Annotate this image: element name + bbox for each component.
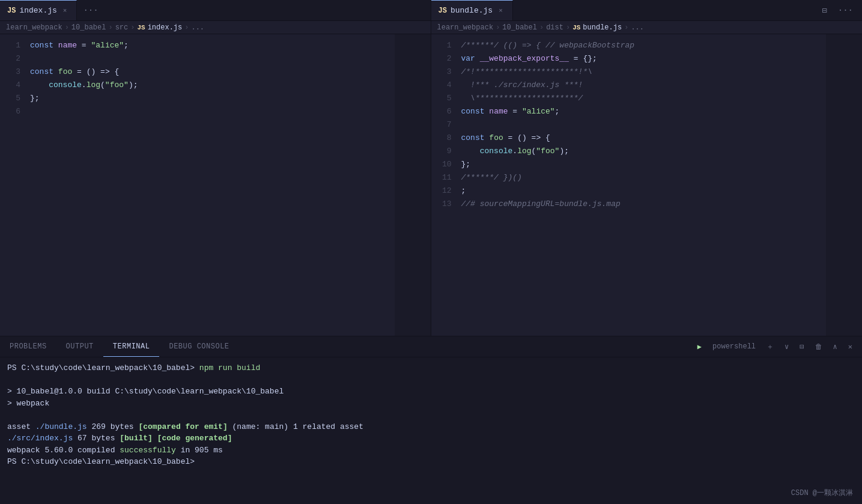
powershell-label: powershell — [709, 341, 759, 353]
breadcrumb-learn-webpack-left: learn_webpack — [6, 23, 62, 32]
tab-more-left[interactable]: ··· — [77, 0, 104, 20]
add-terminal-icon[interactable]: ＋ — [763, 340, 777, 354]
editors-container: 1 const name = "alice"; 2 3 const foo = … — [0, 34, 862, 336]
terminal-line-2: > 10_babel@1.0.0 build C:\study\code\lea… — [7, 386, 855, 398]
right-editor-panel: 1 /******/ (() => { // webpackBootstrap … — [431, 34, 863, 336]
terminal-line-4: asset ./bundle.js 269 bytes [compared fo… — [7, 421, 855, 433]
tab-bundle-js[interactable]: JS bundle.js × — [431, 0, 513, 20]
chevron-up-icon[interactable]: ∧ — [830, 341, 841, 353]
code-line: 2 var __webpack_exports__ = {}; — [431, 52, 863, 65]
breadcrumb-bar: learn_webpack › 10_babel › src › JS inde… — [0, 21, 862, 34]
code-line: 10 }; — [431, 158, 863, 171]
terminal-blank-2 — [7, 409, 855, 421]
code-line: 7 — [431, 118, 863, 132]
left-editor-scroll[interactable]: 1 const name = "alice"; 2 3 const foo = … — [0, 34, 431, 336]
left-minimap — [395, 34, 431, 336]
tab-problems[interactable]: PROBLEMS — [0, 336, 56, 357]
code-line: 6 — [0, 105, 431, 118]
tab-index-js-label: index.js — [19, 6, 56, 15]
code-line: 3 const foo = () => { — [0, 65, 431, 79]
breadcrumb-src-left: src — [115, 23, 129, 32]
breadcrumb-10-babel-right: 10_babel — [502, 23, 537, 32]
tab-bar: JS index.js × ··· JS bundle.js × ⊟ ··· — [0, 0, 862, 21]
left-editor-panel: 1 const name = "alice"; 2 3 const foo = … — [0, 34, 431, 336]
code-line: 12 ; — [431, 184, 863, 198]
panel-tabs: PROBLEMS OUTPUT TERMINAL DEBUG CONSOLE ▶… — [0, 336, 862, 357]
watermark: CSDN @一颗冰淇淋 — [791, 488, 853, 498]
close-panel-icon[interactable]: ✕ — [845, 341, 856, 353]
terminal-line-5: ./src/index.js 67 bytes [built] [code ge… — [7, 433, 855, 445]
breadcrumb-left: learn_webpack › 10_babel › src › JS inde… — [0, 21, 431, 34]
trash-icon[interactable]: 🗑 — [812, 341, 826, 353]
breadcrumb-indexjs-left: index.js — [148, 23, 183, 32]
code-line: 2 — [0, 52, 431, 65]
code-line: 8 const foo = () => { — [431, 132, 863, 145]
code-line: 5 \**********************/ — [431, 92, 863, 105]
code-line: 4 !*** ./src/index.js ***! — [431, 79, 863, 92]
code-line: 13 //# sourceMappingURL=bundle.js.map — [431, 198, 863, 211]
tab-bundle-js-label: bundle.js — [451, 6, 493, 15]
code-line: 9 console.log("foo"); — [431, 145, 863, 158]
panel: PROBLEMS OUTPUT TERMINAL DEBUG CONSOLE ▶… — [0, 336, 862, 504]
right-minimap — [826, 34, 862, 336]
split-terminal-icon[interactable]: ⊟ — [796, 341, 807, 353]
panel-actions: ▶ powershell ＋ ∨ ⊟ 🗑 ∧ ✕ — [688, 340, 862, 354]
more-actions-icon[interactable]: ··· — [835, 4, 856, 16]
terminal-blank-1 — [7, 374, 855, 386]
breadcrumb-bundlejs-right: bundle.js — [583, 23, 622, 32]
breadcrumb-dist-right: dist — [546, 23, 563, 32]
editor-actions: ⊟ ··· — [813, 0, 862, 20]
tab-index-js-close[interactable]: × — [61, 6, 70, 16]
terminal-line-1: PS C:\study\code\learn_webpack\10_babel>… — [7, 362, 855, 374]
code-line: 11 /******/ })() — [431, 171, 863, 184]
breadcrumb-learn-webpack-right: learn_webpack — [437, 23, 494, 32]
terminal-line-3: > webpack — [7, 398, 855, 410]
split-editor-icon[interactable]: ⊟ — [819, 4, 830, 17]
breadcrumb-10-babel-left: 10_babel — [71, 23, 106, 32]
code-line: 6 const name = "alice"; — [431, 105, 863, 118]
tab-terminal[interactable]: TERMINAL — [103, 336, 160, 357]
code-line: 1 /******/ (() => { // webpackBootstrap — [431, 39, 863, 52]
breadcrumb-right: learn_webpack › 10_babel › dist › JS bun… — [431, 21, 863, 34]
terminal-new-icon[interactable]: ▶ — [694, 341, 705, 353]
terminal-content[interactable]: PS C:\study\code\learn_webpack\10_babel>… — [0, 357, 862, 504]
terminal-line-6: webpack 5.60.0 compiled successfully in … — [7, 445, 855, 457]
tab-bundle-js-close[interactable]: × — [496, 6, 505, 16]
right-editor-scroll[interactable]: 1 /******/ (() => { // webpackBootstrap … — [431, 34, 863, 336]
js-icon-right: JS — [439, 7, 447, 15]
js-icon-left: JS — [7, 7, 16, 15]
code-line: 5 }; — [0, 92, 431, 105]
terminal-line-7: PS C:\study\code\learn_webpack\10_babel> — [7, 456, 855, 468]
breadcrumb-dots-left: ... — [191, 23, 204, 32]
code-line: 3 /*!**********************!*\ — [431, 65, 863, 79]
tab-index-js[interactable]: JS index.js × — [0, 0, 77, 20]
tab-output[interactable]: OUTPUT — [56, 336, 103, 357]
breadcrumb-dots-right: ... — [631, 23, 644, 32]
tab-debug-console[interactable]: DEBUG CONSOLE — [159, 336, 238, 357]
code-line: 4 console.log("foo"); — [0, 79, 431, 92]
chevron-down-icon[interactable]: ∨ — [781, 341, 792, 353]
code-line: 1 const name = "alice"; — [0, 39, 431, 52]
